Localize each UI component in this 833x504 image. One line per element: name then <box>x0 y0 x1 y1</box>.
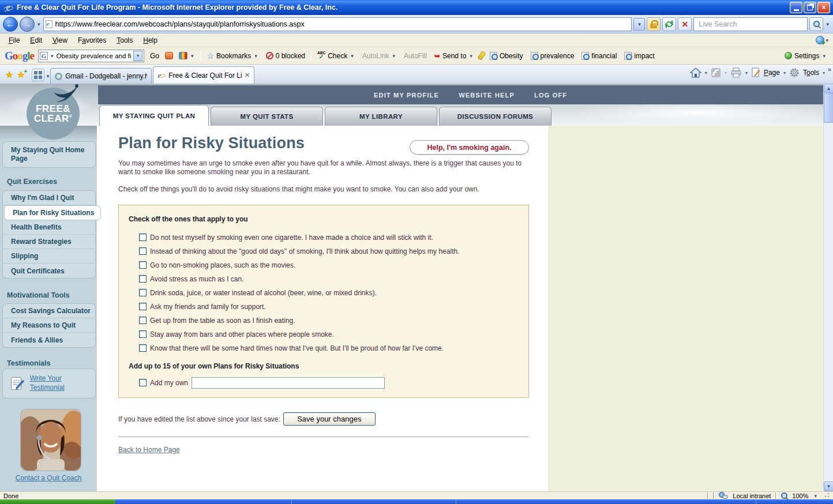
print-icon[interactable] <box>730 67 742 78</box>
zoom-level[interactable]: 100% <box>792 492 808 499</box>
security-lock-icon[interactable] <box>647 17 661 31</box>
popup-blocker-button[interactable]: 0 blocked <box>264 51 307 61</box>
menu-view[interactable]: View <box>47 35 73 46</box>
website-help-link[interactable]: WEBSITE HELP <box>459 92 515 99</box>
feeds-dropdown[interactable]: ▾ <box>725 70 727 76</box>
menu-favorites[interactable]: Favorites <box>73 35 111 46</box>
tools-menu-button[interactable]: Tools <box>803 69 819 77</box>
menu-edit[interactable]: Edit <box>25 35 47 46</box>
home-dropdown[interactable]: ▾ <box>705 70 707 76</box>
checklist-checkbox[interactable] <box>139 317 147 324</box>
google-query-dropdown[interactable]: ▾ <box>133 51 142 61</box>
address-input[interactable]: e https://www.freeclear.com/webcoach/pla… <box>43 17 632 31</box>
tools-dropdown[interactable]: ▾ <box>823 70 825 76</box>
scroll-up-button[interactable]: ▲ <box>824 84 833 93</box>
browser-tab-gmail[interactable]: Gmail - Dodgeball - jenny.ha... <box>50 68 152 84</box>
google-settings-button[interactable]: Settings▾ <box>783 51 828 61</box>
sidebar-item-home[interactable]: My Staying Quit Home Page <box>2 141 96 168</box>
address-dropdown-button[interactable]: ▾ <box>633 18 645 31</box>
rss-feeds-icon[interactable] <box>711 67 721 78</box>
checklist-checkbox[interactable] <box>139 275 147 283</box>
forward-button[interactable]: → <box>20 17 35 32</box>
spellcheck-button[interactable]: ABC✓ Check▾ <box>316 50 357 62</box>
page-dropdown[interactable]: ▾ <box>783 70 786 76</box>
write-testimonial-link[interactable]: Write Your Testimonial <box>30 374 91 392</box>
add-own-checkbox[interactable] <box>139 379 147 386</box>
checklist-checkbox[interactable] <box>139 303 147 310</box>
search-options-button[interactable]: ▾ <box>825 21 830 27</box>
refresh-button[interactable] <box>662 17 676 31</box>
edit-profile-link[interactable]: EDIT MY PROFILE <box>374 92 439 99</box>
google-extra-icon-2[interactable]: ▾ <box>177 51 197 61</box>
site-tab-quit-stats[interactable]: MY QUIT STATS <box>211 107 323 126</box>
restore-button[interactable] <box>804 2 816 13</box>
security-zone-label[interactable]: Local intranet <box>733 492 771 499</box>
bookmarks-button[interactable]: ☆ Bookmarks▾ <box>205 50 260 62</box>
tab-list-dropdown[interactable]: ▾ <box>46 73 51 79</box>
checklist-checkbox[interactable] <box>139 234 147 241</box>
sidebar-item-my-reasons[interactable]: My Reasons to Quit <box>3 318 95 333</box>
checklist-checkbox[interactable] <box>139 247 147 255</box>
resize-grip[interactable] <box>823 492 830 499</box>
page-menu-button[interactable]: Page <box>764 69 780 77</box>
favorites-star-icon[interactable]: ★ <box>5 69 13 80</box>
site-tab-discussion-forums[interactable]: DISCUSSION FORUMS <box>439 107 551 126</box>
save-changes-button[interactable]: Save your changes <box>283 412 376 426</box>
autolink-button[interactable]: AutoLink▾ <box>361 51 398 61</box>
google-extra-icon-1[interactable] <box>165 52 173 59</box>
sidebar-item-friends-allies[interactable]: Friends & Allies <box>3 333 95 347</box>
stop-button[interactable]: ✕ <box>678 17 692 31</box>
history-dropdown[interactable]: ▾ <box>36 21 42 27</box>
back-to-home-link[interactable]: Back to Home Page <box>118 446 180 454</box>
sidebar-item-reward-strategies[interactable]: Reward Strategies <box>3 235 95 249</box>
search-input[interactable] <box>697 20 804 29</box>
google-search-input[interactable]: G ▾ Obesity prevalence and fir ▾ <box>38 50 144 62</box>
overflow-chevron[interactable]: » <box>828 66 831 73</box>
home-icon[interactable] <box>690 67 701 78</box>
tab-close-icon[interactable]: ✕ <box>245 72 250 79</box>
highlighter-icon[interactable] <box>477 51 486 61</box>
checklist-checkbox[interactable] <box>139 330 147 338</box>
search-go-button[interactable] <box>809 17 823 31</box>
globe-icon[interactable] <box>816 36 824 44</box>
google-go-button[interactable]: Go <box>148 51 161 61</box>
site-tab-library[interactable]: MY LIBRARY <box>325 107 437 126</box>
zoom-dropdown[interactable]: ▾ <box>813 493 818 499</box>
menu-help[interactable]: Help <box>138 35 163 46</box>
quick-tabs-icon[interactable] <box>32 69 44 81</box>
sidebar-item-plan-risky-selected[interactable]: Plan for Risky Situations <box>4 205 101 220</box>
site-tab-staying-quit-plan[interactable]: MY STAYING QUIT PLAN <box>99 105 209 126</box>
highlight-word-obesity[interactable]: Obesity <box>488 51 525 61</box>
scroll-down-button[interactable]: ▼ <box>824 482 833 491</box>
tools-gear-icon[interactable] <box>789 67 800 78</box>
send-to-button[interactable]: ➥ Send to▾ <box>433 51 475 61</box>
start-button-fragment[interactable] <box>0 499 115 504</box>
highlight-word-financial[interactable]: financial <box>580 51 618 61</box>
checklist-checkbox[interactable] <box>139 344 147 352</box>
vertical-scrollbar[interactable]: ▲ ▼ <box>823 84 833 491</box>
browser-tab-freeclear[interactable]: e Free & Clear Quit For Life... ✕ <box>153 66 254 84</box>
minimize-button[interactable] <box>790 2 802 13</box>
google-search-type-dropdown[interactable]: ▾ <box>50 53 55 59</box>
sidebar-item-cost-savings[interactable]: Cost Savings Calculator <box>3 304 95 318</box>
scrollbar-thumb[interactable] <box>824 93 833 123</box>
highlight-word-prevalence[interactable]: prevalence <box>529 51 576 61</box>
page-icon[interactable] <box>751 67 760 78</box>
menu-tools[interactable]: Tools <box>111 35 138 46</box>
help-smoking-again-button[interactable]: Help, I'm smoking again. <box>410 140 529 155</box>
close-button[interactable]: × <box>817 2 830 13</box>
checklist-checkbox[interactable] <box>139 289 147 296</box>
back-button[interactable]: ← <box>3 17 18 32</box>
highlight-word-impact[interactable]: impact <box>622 51 656 61</box>
add-own-input[interactable] <box>192 377 385 389</box>
sidebar-item-slipping[interactable]: Slipping <box>3 249 95 264</box>
log-off-link[interactable]: LOG OFF <box>534 92 567 99</box>
sidebar-item-health-benefits[interactable]: Health Benefits <box>3 220 95 235</box>
sidebar-item-why-im-glad[interactable]: Why I'm Glad I Quit <box>3 191 95 205</box>
search-box[interactable] <box>693 17 808 31</box>
print-dropdown[interactable]: ▾ <box>745 70 748 76</box>
autofill-button[interactable]: AutoFill <box>402 51 429 61</box>
add-favorite-icon[interactable]: ★ <box>17 69 25 80</box>
sidebar-item-quit-certificates[interactable]: Quit Certificates <box>3 264 95 278</box>
contact-quit-coach[interactable]: Contact a Quit Coach <box>0 474 97 483</box>
